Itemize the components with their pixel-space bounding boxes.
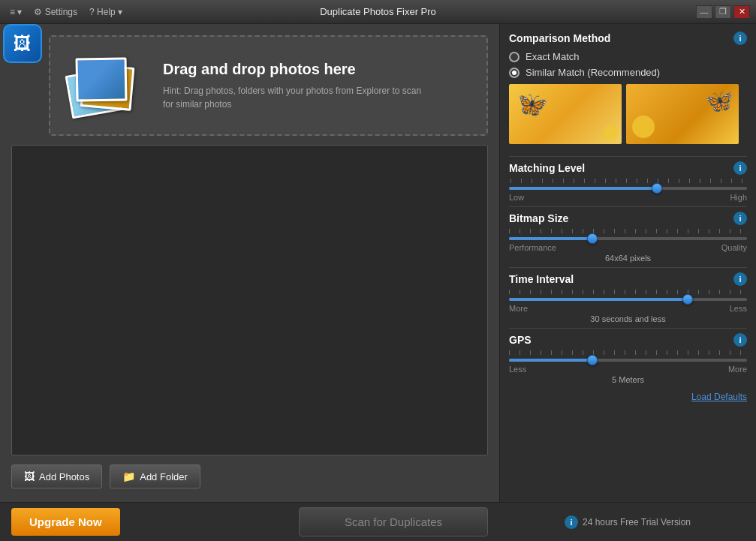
file-list-area xyxy=(11,145,488,455)
drop-zone-hint: Hint: Drag photos, folders with your pho… xyxy=(163,84,426,111)
trial-notice-text: 24 hours Free Trial Version xyxy=(583,517,691,527)
bitmap-size-track[interactable] xyxy=(509,237,747,240)
radio-exact-match[interactable]: Exact Match xyxy=(509,51,747,62)
divider-1 xyxy=(509,156,747,157)
trial-info-icon: i xyxy=(565,515,578,529)
gps-title: GPS xyxy=(509,334,532,346)
gps-track[interactable] xyxy=(509,359,747,362)
drop-zone-text: Drag and drop photos here Hint: Drag pho… xyxy=(163,61,426,111)
bitmap-size-value: 64x64 pixels xyxy=(509,254,747,263)
add-photos-button[interactable]: 🖼 Add Photos xyxy=(11,464,102,488)
matching-level-section: Matching Level i Low High xyxy=(509,161,747,202)
bitmap-size-section: Bitmap Size i Performance Quality 64x64 … xyxy=(509,212,747,263)
gps-fill xyxy=(509,359,592,362)
trial-notice-bar: i 24 hours Free Trial Version xyxy=(499,502,756,541)
matching-level-ticks xyxy=(509,178,747,184)
title-bar-left: ≡ ▾ ⚙ Settings ? Help ▾ xyxy=(6,5,126,19)
radio-similar-match[interactable]: Similar Match (Recommended) xyxy=(509,67,747,78)
comparison-method-title: Comparison Method xyxy=(509,32,610,44)
drop-zone-photo-stack xyxy=(65,52,148,119)
time-interval-title: Time Interval xyxy=(509,273,574,285)
time-interval-info-icon[interactable]: i xyxy=(733,272,747,286)
main-container: Drag and drop photos here Hint: Drag pho… xyxy=(0,24,756,541)
close-button[interactable]: ✕ xyxy=(733,5,750,19)
sample-image-1: 🦋 xyxy=(509,84,622,144)
drop-zone-heading: Drag and drop photos here xyxy=(163,61,426,78)
gps-info-icon[interactable]: i xyxy=(733,333,747,347)
menu-list-icon[interactable]: ≡ ▾ xyxy=(6,5,26,19)
menu-help[interactable]: ? Help ▾ xyxy=(86,5,126,19)
time-interval-fill xyxy=(509,298,688,301)
time-interval-ticks xyxy=(509,289,747,295)
matching-level-track[interactable] xyxy=(509,187,747,190)
time-interval-value: 30 seconds and less xyxy=(509,314,747,323)
bitmap-size-fill xyxy=(509,237,592,240)
title-bar-controls: — ❐ ✕ xyxy=(696,5,750,19)
menu-settings[interactable]: ⚙ Settings xyxy=(30,5,81,19)
time-interval-section: Time Interval i More Less 30 seconds and… xyxy=(509,272,747,323)
gps-ticks xyxy=(509,350,747,356)
comparison-method-section: Comparison Method i Exact Match Similar … xyxy=(509,32,747,152)
bitmap-size-thumb[interactable] xyxy=(587,233,598,244)
gps-value: 5 Meters xyxy=(509,375,747,384)
restore-button[interactable]: ❐ xyxy=(715,5,731,19)
add-folder-button[interactable]: 📁 Add Folder xyxy=(110,464,200,488)
sample-images: 🦋 🦋 xyxy=(509,84,747,144)
matching-level-info-icon[interactable]: i xyxy=(733,161,747,175)
radio-exact-match-circle xyxy=(509,52,520,62)
load-defaults-link[interactable]: Load Defaults xyxy=(509,392,747,402)
time-interval-thumb[interactable] xyxy=(682,294,693,305)
bitmap-size-ticks xyxy=(509,228,747,234)
app-icon: 🖼 xyxy=(3,24,42,63)
minimize-button[interactable]: — xyxy=(696,5,712,19)
bitmap-size-title: Bitmap Size xyxy=(509,212,568,224)
sample-image-2: 🦋 xyxy=(626,84,739,144)
divider-2 xyxy=(509,206,747,207)
bitmap-size-info-icon[interactable]: i xyxy=(733,212,747,225)
title-bar: ≡ ▾ ⚙ Settings ? Help ▾ Duplicate Photos… xyxy=(0,0,756,24)
matching-level-title: Matching Level xyxy=(509,162,585,174)
window-title: Duplicate Photos Fixer Pro xyxy=(320,6,436,17)
add-buttons-row: 🖼 Add Photos 📁 Add Folder xyxy=(11,464,488,488)
gps-section: GPS i Less More 5 Meters xyxy=(509,333,747,384)
left-panel: Drag and drop photos here Hint: Drag pho… xyxy=(0,24,499,541)
comparison-method-info-icon[interactable]: i xyxy=(733,32,747,45)
drop-zone[interactable]: Drag and drop photos here Hint: Drag pho… xyxy=(49,35,488,136)
right-panel: Comparison Method i Exact Match Similar … xyxy=(499,24,756,541)
gps-thumb[interactable] xyxy=(587,355,598,365)
divider-3 xyxy=(509,267,747,268)
divider-4 xyxy=(509,328,747,329)
bottom-bar: Upgrade Now Scan for Duplicates xyxy=(0,502,499,541)
matching-level-thumb[interactable] xyxy=(652,183,662,194)
scan-duplicates-button[interactable]: Scan for Duplicates xyxy=(299,507,488,536)
matching-level-fill xyxy=(509,187,657,190)
upgrade-now-button[interactable]: Upgrade Now xyxy=(11,508,120,536)
radio-similar-match-circle xyxy=(509,68,520,78)
time-interval-track[interactable] xyxy=(509,298,747,301)
